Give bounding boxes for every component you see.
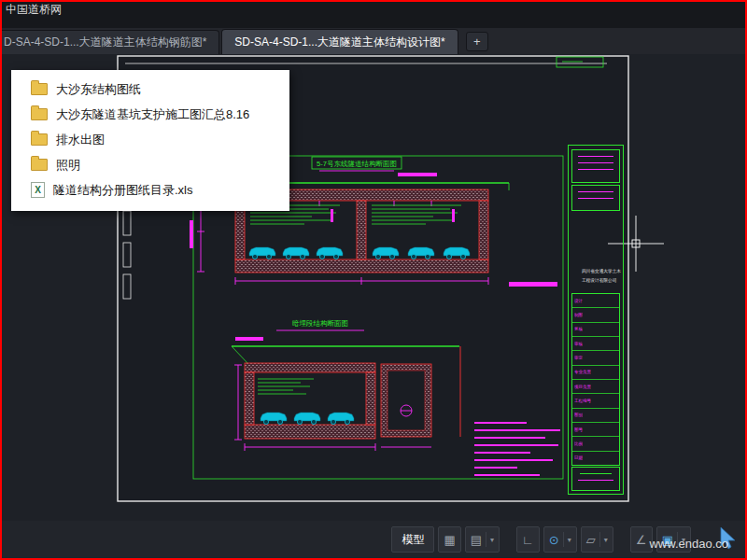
tab-label: SD-SA-4-SD-1...大道隧道主体结构设计图*: [234, 35, 444, 50]
snap-icon: ▤: [471, 533, 482, 547]
titleblock-row: 工程编号: [572, 393, 619, 407]
file-item[interactable]: 照明: [11, 152, 289, 177]
titleblock-row: 专业负责: [572, 365, 619, 379]
tab-bar: D-SA-4-SD-1...大道隧道主体结构钢筋图* SD-SA-4-SD-1.…: [2, 28, 745, 54]
tab-label: D-SA-4-SD-1...大道隧道主体结构钢筋图*: [4, 35, 206, 50]
titleblock-company: 四川省交通大学土木 工程设计有限公司: [569, 269, 623, 287]
watermark-site: 中国道桥网: [6, 4, 62, 16]
file-item[interactable]: 大沙东结构图纸: [11, 77, 289, 102]
osnap-icon: ▣: [662, 533, 673, 547]
document-tab-rebar[interactable]: D-SA-4-SD-1...大道隧道主体结构钢筋图*: [0, 30, 219, 54]
titleblock: 四川省交通大学土木 工程设计有限公司 设计制图复核审核审定专业负责项目负责工程编…: [568, 145, 624, 495]
chevron-down-icon[interactable]: ▾: [599, 532, 608, 547]
file-item-label: 大沙东结构图纸: [56, 81, 141, 98]
file-item-label: 照明: [56, 157, 80, 174]
selection-cursor-button[interactable]: [719, 526, 738, 553]
titleblock-footer-cell: [571, 467, 620, 491]
grid-display-button[interactable]: ▦: [438, 526, 460, 553]
titleblock-row: 设计: [572, 294, 619, 307]
file-item[interactable]: X 隧道结构分册图纸目录.xls: [11, 177, 289, 203]
otrack-icon: ∠: [636, 533, 647, 547]
titleblock-row: 比例: [572, 436, 619, 450]
object-snap-button[interactable]: ▣ ▾: [656, 526, 691, 553]
polar-tracking-icon: ⊙: [549, 533, 559, 547]
ortho-icon: ∟: [522, 533, 534, 547]
titleblock-subheader-cell: [571, 185, 620, 211]
new-tab-button[interactable]: +: [466, 32, 488, 51]
title-bar: 中国道桥网: [2, 2, 745, 28]
titleblock-row: 制图: [572, 307, 619, 321]
titleblock-row: 审定: [572, 350, 619, 364]
file-item-label: 排水出图: [56, 132, 105, 148]
application-window: 中国道桥网 D-SA-4-SD-1...大道隧道主体结构钢筋图* SD-SA-4…: [0, 0, 747, 560]
titleblock-row: 审核: [572, 336, 619, 350]
model-space-canvas[interactable]: 5-7号东线隧道结构断面图: [2, 54, 745, 521]
titleblock-row: 复核: [572, 322, 619, 336]
titleblock-rows: 设计制图复核审核审定专业负责项目负责工程编号图别图号比例日期: [571, 293, 620, 466]
folder-icon: [31, 133, 48, 146]
section-title-top: 5-7号东线隧道结构断面图: [317, 160, 397, 168]
isometric-drafting-button[interactable]: ▱ ▾: [581, 526, 613, 553]
section-title-bottom: 暗埋段结构断面图: [292, 319, 348, 328]
chevron-down-icon[interactable]: ▾: [677, 532, 685, 547]
titleblock-row: 日期: [572, 451, 619, 465]
folder-icon: [31, 83, 48, 95]
file-list-popup: 大沙东结构图纸 大沙东隧道基坑支护施工图汇总8.16 排水出图 照明 X 隧道结…: [11, 70, 289, 211]
object-snap-tracking-button[interactable]: ∠: [630, 526, 653, 553]
titleblock-row: 图号: [572, 422, 619, 436]
file-item[interactable]: 大沙东隧道基坑支护施工图汇总8.16: [11, 102, 289, 127]
ortho-mode-button[interactable]: ∟: [516, 526, 540, 553]
chevron-down-icon[interactable]: ▾: [486, 532, 494, 547]
document-tab-design[interactable]: SD-SA-4-SD-1...大道隧道主体结构设计图*: [221, 29, 458, 54]
polar-tracking-button[interactable]: ⊙ ▾: [543, 526, 577, 553]
file-item-label: 大沙东隧道基坑支护施工图汇总8.16: [56, 106, 249, 123]
file-item[interactable]: 排水出图: [11, 127, 289, 152]
grid-icon: ▦: [444, 533, 455, 547]
snap-mode-button[interactable]: ▤ ▾: [465, 526, 500, 553]
status-bar: 模型 ▦ ▤ ▾ ∟ ⊙ ▾ ▱ ▾ ∠ ▣ ▾: [2, 521, 745, 558]
chevron-down-icon[interactable]: ▾: [563, 532, 571, 547]
folder-icon: [31, 159, 48, 171]
isometric-icon: ▱: [586, 533, 596, 547]
titleblock-row: 项目负责: [572, 379, 619, 393]
titleblock-header-cell: [571, 149, 620, 183]
file-item-label: 隧道结构分册图纸目录.xls: [53, 182, 193, 199]
excel-file-icon: X: [31, 182, 45, 198]
titleblock-row: 图别: [572, 408, 619, 422]
model-tab-button[interactable]: 模型: [391, 526, 434, 553]
plus-icon: +: [473, 35, 481, 49]
cursor-arrow-icon: [719, 526, 738, 551]
folder-icon: [31, 108, 48, 120]
